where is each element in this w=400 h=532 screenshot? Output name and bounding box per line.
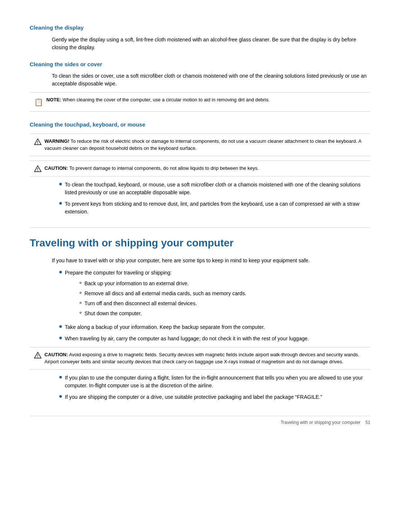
traveling-bullet-1-label: Prepare the computer for traveling or sh… [65, 270, 172, 276]
bullet-dot-2 [59, 202, 62, 205]
traveling-bullet-list-2: If you plan to use the computer during a… [59, 374, 370, 401]
touchpad-bullet-list: To clean the touchpad, keyboard, or mous… [59, 181, 370, 216]
sub-bullet-4-text: Shut down the computer. [84, 310, 142, 317]
touchpad-bullet-1-text: To clean the touchpad, keyboard, or mous… [65, 181, 370, 196]
caution-icon-traveling: ! [34, 351, 41, 359]
traveling-bullet-dot-5 [59, 395, 62, 398]
cleaning-touchpad-heading: Cleaning the touchpad, keyboard, or mous… [30, 121, 370, 129]
warning-content: WARNING! To reduce the risk of electric … [44, 138, 366, 152]
touchpad-bullet-1: To clean the touchpad, keyboard, or mous… [59, 181, 370, 196]
bullet-dot-1 [59, 183, 62, 185]
caution-label-touchpad: CAUTION: [44, 165, 68, 171]
sub-bullet-1: Back up your information to an external … [80, 280, 370, 287]
cleaning-display-heading: Cleaning the display [30, 24, 370, 32]
traveling-bullet-2: Take along a backup of your information.… [59, 323, 370, 331]
traveling-bullet-dot-2 [59, 325, 62, 328]
traveling-bullet-dot-3 [59, 337, 62, 339]
sub-bullet-3-text: Turn off and then disconnect all externa… [84, 300, 197, 307]
svg-text:!: ! [37, 354, 38, 358]
warning-box: ! WARNING! To reduce the risk of electri… [30, 134, 370, 156]
sub-bullet-dot-2 [80, 292, 81, 294]
cleaning-sides-heading: Cleaning the sides or cover [30, 60, 370, 69]
warning-label: WARNING! [44, 138, 69, 144]
traveling-bullet-list: Prepare the computer for traveling or sh… [59, 269, 370, 343]
note-text: When cleaning the cover of the computer,… [63, 97, 270, 102]
sub-bullet-1-text: Back up your information to an external … [84, 280, 189, 287]
cleaning-touchpad-section: Cleaning the touchpad, keyboard, or mous… [30, 121, 370, 216]
sub-bullet-4: Shut down the computer. [80, 310, 370, 317]
sub-bullet-3: Turn off and then disconnect all externa… [80, 300, 370, 307]
svg-text:!: ! [37, 168, 38, 172]
caution-box-touchpad: ! CAUTION: To prevent damage to internal… [30, 161, 370, 176]
warning-icon: ! [34, 138, 41, 145]
footer: Traveling with or shipping your computer… [30, 416, 370, 426]
note-label: NOTE: [46, 97, 61, 102]
traveling-bullet-5-text: If you are shipping the computer or a dr… [65, 393, 370, 401]
cleaning-sides-section: Cleaning the sides or cover To clean the… [30, 60, 370, 112]
caution-icon-touchpad: ! [34, 165, 41, 172]
sub-bullet-list: Back up your information to an external … [80, 280, 370, 317]
cleaning-display-section: Cleaning the display Gently wipe the dis… [30, 24, 370, 51]
traveling-bullet-1-content: Prepare the computer for traveling or sh… [65, 269, 370, 320]
caution-content-touchpad: CAUTION: To prevent damage to internal c… [44, 165, 259, 172]
traveling-bullet-4: If you plan to use the computer during a… [59, 374, 370, 390]
cleaning-sides-body: To clean the sides or cover, use a soft … [52, 72, 370, 88]
cleaning-sides-note: 📋 NOTE: When cleaning the cover of the c… [30, 92, 370, 112]
cleaning-display-body: Gently wipe the display using a soft, li… [52, 36, 370, 51]
caution-content-traveling: CAUTION: Avoid exposing a drive to magne… [44, 351, 366, 366]
traveling-bullet-3: When traveling by air, carry the compute… [59, 335, 370, 343]
traveling-intro: If you have to travel with or ship your … [52, 257, 370, 265]
touchpad-bullet-2: To prevent keys from sticking and to rem… [59, 200, 370, 216]
caution-box-traveling: ! CAUTION: Avoid exposing a drive to mag… [30, 347, 370, 370]
svg-text:!: ! [37, 141, 38, 145]
warning-text: To reduce the risk of electric shock or … [44, 138, 361, 151]
touchpad-bullet-2-text: To prevent keys from sticking and to rem… [65, 200, 370, 216]
sub-bullet-2-text: Remove all discs and all external media … [84, 290, 246, 297]
traveling-bullet-3-text: When traveling by air, carry the compute… [65, 335, 370, 343]
traveling-bullet-1: Prepare the computer for traveling or sh… [59, 269, 370, 320]
traveling-bullet-4-text: If you plan to use the computer during a… [65, 374, 370, 390]
note-icon: 📋 [34, 97, 43, 108]
traveling-bullet-2-text: Take along a backup of your information.… [65, 323, 370, 331]
traveling-section: Traveling with or shipping your computer… [30, 228, 370, 401]
caution-text-touchpad: To prevent damage to internal components… [69, 165, 259, 171]
sub-bullet-2: Remove all discs and all external media … [80, 290, 370, 297]
sub-bullet-dot-1 [80, 282, 81, 284]
traveling-bullet-dot-4 [59, 376, 62, 378]
note-content: NOTE: When cleaning the cover of the com… [46, 96, 270, 104]
sub-bullet-dot-4 [80, 312, 81, 314]
traveling-heading: Traveling with or shipping your computer [30, 228, 370, 251]
traveling-bullet-5: If you are shipping the computer or a dr… [59, 393, 370, 401]
traveling-bullet-dot-1 [59, 271, 62, 273]
footer-page-number: 51 [366, 420, 370, 425]
caution-label-traveling: CAUTION: [44, 352, 68, 357]
caution-text-traveling: Avoid exposing a drive to magnetic field… [44, 352, 359, 365]
footer-text: Traveling with or shipping your computer [281, 420, 361, 425]
sub-bullet-dot-3 [80, 302, 81, 304]
